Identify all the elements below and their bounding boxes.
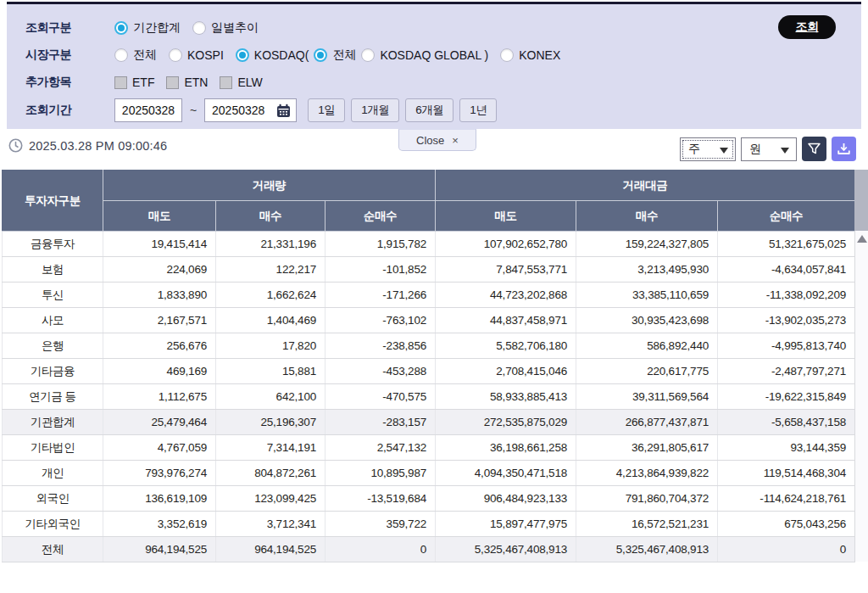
radio-period-total[interactable]: 기간합계 [114, 20, 181, 36]
cell-investor: 기타법인 [3, 435, 103, 461]
radio-market-konex[interactable]: KONEX [500, 48, 560, 62]
table-row[interactable]: 금융투자 19,415,414 21,331,196 1,915,782 107… [3, 232, 855, 257]
table-row[interactable]: 외국인 136,619,109 123,099,425 -13,519,684 … [3, 486, 855, 512]
date-to-box [204, 98, 271, 122]
checkbox-label: ETF [132, 76, 154, 89]
cell-vol-buy: 15,881 [216, 359, 326, 384]
period-unit-select[interactable]: 주 [680, 137, 736, 161]
cell-val-sell: 5,582,706,180 [436, 333, 576, 359]
table-row[interactable]: 보험 224,069 122,217 -101,852 7,847,553,77… [3, 257, 855, 283]
radio-icon[interactable] [314, 48, 327, 62]
period-unit-value: 주 [688, 142, 700, 157]
cell-vol-sell: 19,415,414 [103, 232, 216, 257]
radio-icon[interactable] [192, 21, 206, 35]
date-separator: ~ [190, 103, 197, 117]
period-label: 조회기간 [25, 103, 114, 118]
cell-val-sell: 7,847,553,771 [436, 257, 576, 283]
radio-icon[interactable] [361, 48, 375, 62]
radio-icon[interactable] [169, 48, 182, 62]
table-row[interactable]: 기타금융 469,169 15,881 -453,288 2,708,415,0… [3, 359, 855, 384]
radio-icon[interactable] [500, 48, 514, 62]
table-row[interactable]: 사모 2,167,571 1,404,469 -763,102 44,837,4… [3, 308, 855, 333]
checkbox-icon[interactable] [220, 76, 232, 89]
close-tab[interactable]: Close × [398, 129, 476, 151]
cell-vol-buy: 804,872,261 [216, 461, 326, 486]
table-row[interactable]: 은행 256,676 17,820 -238,856 5,582,706,180… [3, 333, 855, 359]
cell-val-buy: 586,892,440 [576, 333, 718, 359]
cell-val-buy: 30,935,423,698 [576, 308, 718, 333]
checkbox-icon[interactable] [114, 76, 127, 89]
col-header-vol-net: 순매수 [326, 201, 436, 232]
cell-val-buy: 3,213,495,930 [576, 257, 718, 283]
cell-vol-sell: 25,479,464 [103, 410, 216, 435]
radio-icon[interactable] [236, 48, 249, 62]
search-button[interactable]: 조회 [778, 15, 836, 39]
table-row[interactable]: 기관합계 25,479,464 25,196,307 -283,157 272,… [3, 410, 855, 435]
radio-market-kosdaq[interactable]: KOSDAQ( [236, 48, 309, 62]
table-row[interactable]: 기타법인 4,767,059 7,314,191 2,547,132 36,19… [3, 435, 855, 461]
radio-market-all[interactable]: 전체 [114, 48, 157, 63]
checkbox-elw[interactable]: ELW [220, 76, 262, 89]
cell-vol-net: 359,722 [326, 512, 436, 537]
date-from-input[interactable] [115, 99, 181, 121]
cell-vol-buy: 1,662,624 [216, 283, 326, 308]
checkbox-icon[interactable] [166, 76, 179, 89]
radio-daily-trend[interactable]: 일별추이 [192, 20, 259, 36]
filter-button[interactable] [802, 137, 826, 161]
cell-investor: 기관합계 [3, 410, 103, 435]
cell-val-sell: 36,198,661,258 [436, 435, 576, 461]
cell-vol-buy: 21,331,196 [216, 232, 326, 257]
quick-6month-button[interactable]: 6개월 [405, 98, 453, 122]
chevron-down-icon [781, 148, 789, 154]
cell-vol-net: -283,157 [326, 410, 436, 435]
radio-kosdaq-all[interactable]: 전체 [314, 48, 356, 63]
scroll-up-icon[interactable] [857, 235, 867, 243]
cell-vol-buy: 25,196,307 [216, 410, 326, 435]
table-row[interactable]: 투신 1,833,890 1,662,624 -171,266 44,723,2… [3, 283, 855, 308]
cell-val-net: 675,043,256 [718, 512, 855, 537]
cell-val-buy: 266,877,437,871 [576, 410, 718, 435]
table-row[interactable]: 개인 793,976,274 804,872,261 10,895,987 4,… [3, 461, 855, 486]
table-row[interactable]: 연기금 등 1,112,675 642,100 -470,575 58,933,… [3, 384, 855, 410]
radio-label: 전체 [133, 48, 157, 63]
cell-investor: 은행 [3, 333, 103, 359]
currency-unit-value: 원 [749, 142, 761, 157]
cell-vol-buy: 122,217 [216, 257, 326, 283]
checkbox-etf[interactable]: ETF [114, 76, 154, 89]
download-button[interactable] [832, 137, 856, 161]
radio-kosdaq-global[interactable]: KOSDAQ GLOBAL ) [361, 48, 488, 62]
cell-val-net: -4,995,813,740 [718, 333, 855, 359]
query-type-label: 조회구분 [25, 20, 114, 36]
cell-val-net: 0 [718, 537, 855, 562]
cell-val-buy: 5,325,467,408,913 [576, 537, 718, 562]
cell-val-net: 51,321,675,025 [718, 232, 855, 257]
quick-1day-button[interactable]: 1일 [308, 98, 345, 122]
table-row[interactable]: 기타외국인 3,352,619 3,712,341 359,722 15,897… [3, 512, 855, 537]
close-icon[interactable]: × [452, 134, 459, 147]
checkbox-etn[interactable]: ETN [166, 76, 208, 89]
cell-val-net: -5,658,437,158 [718, 410, 855, 435]
cell-investor: 전체 [3, 537, 103, 562]
radio-market-kospi[interactable]: KOSPI [169, 48, 224, 62]
radio-label: KOSDAQ GLOBAL ) [380, 48, 488, 62]
radio-icon[interactable] [114, 21, 128, 35]
quick-1year-button[interactable]: 1년 [459, 98, 497, 122]
funnel-icon [807, 142, 821, 156]
cell-investor: 금융투자 [3, 232, 103, 257]
cell-investor: 투신 [3, 283, 103, 308]
quick-1month-button[interactable]: 1개월 [351, 98, 399, 122]
col-header-val-sell: 매도 [436, 201, 576, 232]
date-to-input[interactable] [205, 99, 271, 121]
currency-unit-select[interactable]: 원 [741, 137, 797, 161]
cell-val-net: -2,487,797,271 [718, 359, 855, 384]
calendar-button[interactable] [271, 98, 297, 122]
radio-icon[interactable] [114, 48, 128, 62]
table-row[interactable]: 전체 964,194,525 964,194,525 0 5,325,467,4… [3, 537, 855, 562]
timestamp: 2025.03.28 PM 09:00:46 [29, 139, 167, 153]
download-icon [837, 142, 851, 156]
col-header-investor: 투자자구분 [3, 171, 103, 232]
cell-val-buy: 39,311,569,564 [576, 384, 718, 410]
cell-vol-net: 2,547,132 [326, 435, 436, 461]
cell-val-sell: 15,897,477,975 [436, 512, 576, 537]
cell-val-buy: 36,291,805,617 [576, 435, 718, 461]
